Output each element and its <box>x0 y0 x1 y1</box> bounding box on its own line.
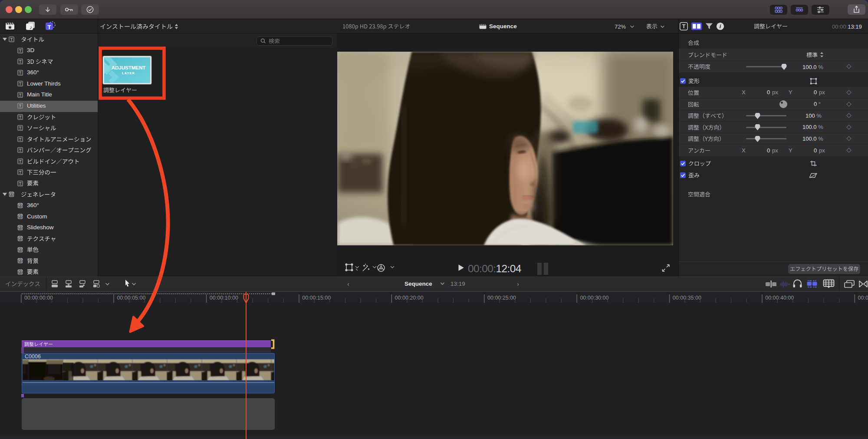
svg-text:00:00:15:00: 00:00:15:00 <box>302 295 331 301</box>
svg-text:00:00:20:00: 00:00:20:00 <box>395 295 424 301</box>
svg-text:00:00:00:00: 00:00:00:00 <box>24 295 53 301</box>
svg-text:00:00:25:00: 00:00:25:00 <box>487 295 516 301</box>
svg-text:T: T <box>48 24 51 30</box>
svg-text:00:00:30:00: 00:00:30:00 <box>580 295 608 301</box>
svg-text:00:00:10:00: 00:00:10:00 <box>210 295 238 301</box>
svg-text:♪: ♪ <box>30 24 32 30</box>
svg-text:00:0: 00:0 <box>858 295 868 301</box>
svg-text:00:00:35:00: 00:00:35:00 <box>673 295 701 301</box>
svg-text:T: T <box>682 23 686 30</box>
svg-text:i: i <box>720 23 721 30</box>
svg-text:00:00:40:00: 00:00:40:00 <box>765 295 794 301</box>
